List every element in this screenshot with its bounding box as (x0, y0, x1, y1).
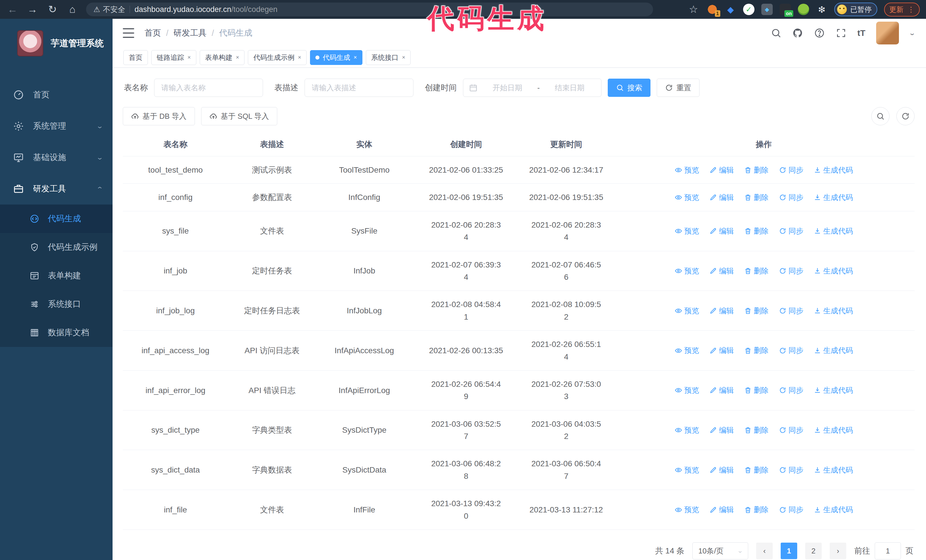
preview-link[interactable]: 预览 (675, 225, 699, 237)
sync-link[interactable]: 同步 (779, 192, 803, 203)
sidebar-item-infra[interactable]: 基础设施 ⌄ (0, 142, 112, 173)
sidebar-item-system[interactable]: 系统管理 ⌄ (0, 110, 112, 142)
close-tab-icon[interactable]: × (188, 54, 191, 61)
generate-code-link[interactable]: 生成代码 (814, 424, 853, 436)
reset-button[interactable]: 重置 (657, 78, 699, 97)
sidebar-subitem-db-docs[interactable]: 数据库文档 (0, 318, 112, 347)
search-button[interactable]: 搜索 (608, 78, 651, 97)
preview-link[interactable]: 预览 (675, 265, 699, 276)
hamburger-icon[interactable] (123, 28, 134, 38)
edit-link[interactable]: 编辑 (710, 385, 734, 396)
ext-dark-icon[interactable]: on (779, 4, 791, 15)
table-name-input[interactable] (154, 78, 263, 97)
generate-code-link[interactable]: 生成代码 (814, 225, 853, 237)
logo-row[interactable]: 芋道管理系统 (0, 19, 112, 66)
sync-link[interactable]: 同步 (779, 504, 803, 515)
tab-1[interactable]: 链路追踪× (151, 50, 196, 65)
edit-link[interactable]: 编辑 (710, 504, 734, 515)
ext-blender-icon[interactable]: 1 (707, 4, 718, 15)
close-tab-icon[interactable]: × (402, 54, 406, 61)
extensions-puzzle-icon[interactable]: ❇ (816, 4, 828, 15)
back-icon[interactable]: ← (6, 4, 19, 15)
breadcrumb-home[interactable]: 首页 (144, 27, 161, 39)
browser-menu-dots-icon[interactable]: ⋮ (908, 5, 915, 14)
breadcrumb-devtools[interactable]: 研发工具 (174, 27, 207, 39)
table-desc-input[interactable] (304, 78, 413, 97)
sidebar-subitem-form-builder[interactable]: 表单构建 (0, 261, 112, 290)
delete-link[interactable]: 删除 (744, 424, 769, 436)
sync-link[interactable]: 同步 (779, 424, 803, 436)
edit-link[interactable]: 编辑 (710, 345, 734, 356)
generate-code-link[interactable]: 生成代码 (814, 385, 853, 396)
sidebar-subitem-codegen[interactable]: 代码生成 (0, 205, 112, 233)
home-icon[interactable]: ⌂ (66, 4, 79, 15)
font-size-icon[interactable]: tT (857, 28, 865, 38)
delete-link[interactable]: 删除 (744, 165, 769, 176)
delete-link[interactable]: 删除 (744, 464, 769, 476)
page-button-1[interactable]: 1 (781, 543, 797, 559)
edit-link[interactable]: 编辑 (710, 424, 734, 436)
preview-link[interactable]: 预览 (675, 192, 699, 203)
edit-link[interactable]: 编辑 (710, 305, 734, 317)
sidebar-item-home[interactable]: 首页 (0, 79, 112, 110)
sidebar-item-devtools[interactable]: 研发工具 ⌄ (0, 173, 112, 205)
sync-link[interactable]: 同步 (779, 464, 803, 476)
page-size-select[interactable]: 10条/页 ⌄ (692, 542, 748, 559)
fullscreen-icon[interactable] (836, 28, 846, 38)
generate-code-link[interactable]: 生成代码 (814, 464, 853, 476)
preview-link[interactable]: 预览 (675, 424, 699, 436)
ext-check-icon[interactable]: ✓ (743, 4, 755, 15)
bookmark-star-icon[interactable]: ☆ (687, 4, 700, 15)
tab-0[interactable]: 首页 (123, 50, 148, 65)
preview-link[interactable]: 预览 (675, 305, 699, 317)
delete-link[interactable]: 删除 (744, 345, 769, 356)
sync-link[interactable]: 同步 (779, 345, 803, 356)
delete-link[interactable]: 删除 (744, 305, 769, 317)
chevron-down-icon[interactable]: ⌄ (909, 30, 916, 36)
ext-grid-icon[interactable]: ◆ (761, 4, 773, 15)
delete-link[interactable]: 删除 (744, 265, 769, 276)
ext-creature-icon[interactable] (798, 4, 809, 15)
generate-code-link[interactable]: 生成代码 (814, 165, 853, 176)
reload-icon[interactable]: ↻ (46, 4, 59, 15)
search-icon[interactable] (771, 28, 782, 38)
address-bar[interactable]: ⚠ 不安全 dashboard.yudao.iocoder.cn/tool/co… (86, 3, 653, 16)
edit-link[interactable]: 编辑 (710, 464, 734, 476)
forward-icon[interactable]: → (26, 4, 39, 15)
github-icon[interactable] (792, 28, 803, 38)
tab-3[interactable]: 代码生成示例× (248, 50, 307, 65)
sync-link[interactable]: 同步 (779, 385, 803, 396)
tab-5[interactable]: 系统接口× (366, 50, 411, 65)
tab-4[interactable]: 代码生成× (310, 50, 362, 65)
refresh-table-button[interactable] (896, 107, 915, 125)
preview-link[interactable]: 预览 (675, 165, 699, 176)
goto-page-input[interactable] (875, 542, 901, 559)
sidebar-subitem-system-api[interactable]: 系统接口 (0, 290, 112, 318)
preview-link[interactable]: 预览 (675, 345, 699, 356)
generate-code-link[interactable]: 生成代码 (814, 192, 853, 203)
sync-link[interactable]: 同步 (779, 265, 803, 276)
help-icon[interactable] (814, 28, 825, 38)
close-tab-icon[interactable]: × (298, 54, 301, 61)
tab-2[interactable]: 表单构建× (200, 50, 245, 65)
sync-link[interactable]: 同步 (779, 305, 803, 317)
delete-link[interactable]: 删除 (744, 504, 769, 515)
edit-link[interactable]: 编辑 (710, 265, 734, 276)
edit-link[interactable]: 编辑 (710, 192, 734, 203)
profile-paused-chip[interactable]: 已暂停 (834, 3, 877, 16)
sync-link[interactable]: 同步 (779, 225, 803, 237)
preview-link[interactable]: 预览 (675, 385, 699, 396)
generate-code-link[interactable]: 生成代码 (814, 345, 853, 356)
prev-page-button[interactable]: ‹ (756, 543, 773, 559)
import-sql-button[interactable]: 基于 SQL 导入 (201, 107, 277, 125)
import-db-button[interactable]: 基于 DB 导入 (123, 107, 195, 125)
sync-link[interactable]: 同步 (779, 165, 803, 176)
close-tab-icon[interactable]: × (354, 54, 357, 61)
sidebar-subitem-codegen-example[interactable]: 代码生成示例 (0, 233, 112, 261)
generate-code-link[interactable]: 生成代码 (814, 265, 853, 276)
page-button-2[interactable]: 2 (805, 543, 822, 559)
generate-code-link[interactable]: 生成代码 (814, 305, 853, 317)
delete-link[interactable]: 删除 (744, 385, 769, 396)
date-range-picker[interactable]: 开始日期 - 结束日期 (463, 78, 601, 97)
toggle-search-button[interactable] (871, 107, 890, 125)
